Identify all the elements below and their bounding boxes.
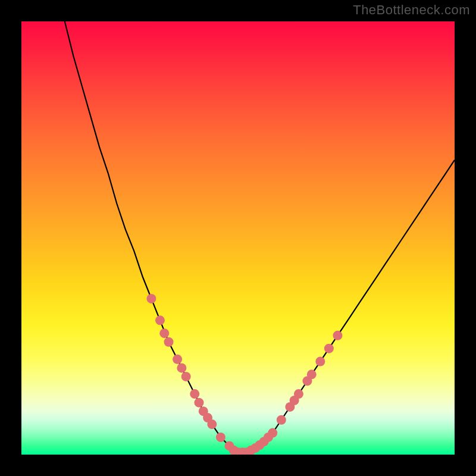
curve-marker [164,337,174,347]
curve-marker [216,433,226,442]
curve-marker [146,294,156,303]
curve-markers [146,294,342,455]
curve-marker [268,428,277,438]
watermark-text: TheBottleneck.com [353,2,470,18]
curve-marker [307,369,317,379]
chart-frame: TheBottleneck.com [0,0,476,476]
curve-marker [159,328,169,338]
curve-marker [190,389,199,399]
curve-marker [315,356,325,366]
curve-svg [21,21,455,455]
curve-marker [333,331,342,340]
curve-marker [194,398,203,408]
curve-marker [294,389,303,399]
curve-marker [155,315,165,325]
curve-marker [173,355,182,364]
curve-marker [324,344,334,353]
curve-marker [207,419,217,429]
curve-marker [181,372,191,381]
curve-marker [277,415,286,425]
curve-marker [177,363,186,372]
bottleneck-curve [65,21,455,452]
plot-area [21,21,455,455]
